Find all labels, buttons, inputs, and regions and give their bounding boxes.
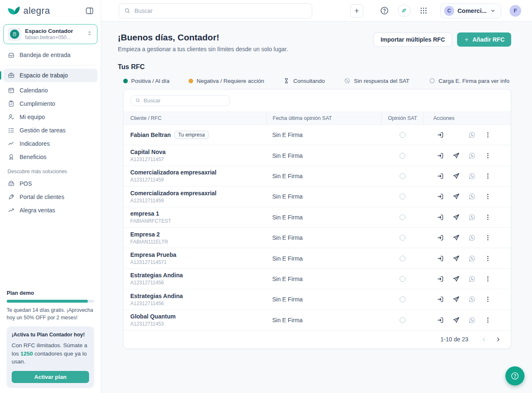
opinion-status-icon: [400, 194, 405, 199]
table-row[interactable]: Comercializadora empresaxrialA1231271145…: [124, 187, 511, 207]
sidebar-item-espacio-trabajo[interactable]: Espacio de trabajo: [3, 69, 97, 82]
column-header-opinion[interactable]: Opinión SAT: [381, 112, 423, 124]
whatsapp-icon[interactable]: [468, 214, 476, 221]
whatsapp-icon[interactable]: [468, 172, 476, 180]
send-invite-icon[interactable]: [452, 193, 460, 200]
table-row[interactable]: Comercializadora empresaxrialA1231271145…: [124, 166, 511, 187]
sidebar: alegra Espacio Contador fabian.beltran+0…: [0, 0, 101, 393]
sustainability-button[interactable]: [398, 5, 410, 17]
table-search[interactable]: [130, 95, 230, 106]
enter-workspace-icon[interactable]: [437, 255, 444, 262]
enter-workspace-icon[interactable]: [437, 193, 444, 200]
whatsapp-icon[interactable]: [468, 131, 476, 139]
enter-workspace-icon[interactable]: [437, 214, 444, 221]
sidebar-item-alegra-ventas[interactable]: Alegra ventas: [3, 204, 97, 217]
kebab-menu-icon[interactable]: [484, 234, 492, 241]
briefcase-icon: [7, 72, 15, 79]
collapse-sidebar-icon[interactable]: [84, 5, 95, 16]
sidebar-item-bandeja[interactable]: Bandeja de entrada: [3, 48, 97, 62]
kebab-menu-icon[interactable]: [484, 152, 492, 159]
kebab-menu-icon[interactable]: [484, 255, 492, 262]
kebab-menu-icon[interactable]: [484, 172, 492, 180]
status-legend: Positiva / Al día Negativa / Requiere ac…: [123, 77, 511, 84]
enter-workspace-icon[interactable]: [437, 172, 444, 180]
app-root: alegra Espacio Contador fabian.beltran+0…: [0, 0, 532, 393]
table-search-input[interactable]: [144, 97, 225, 104]
send-invite-icon[interactable]: [452, 214, 460, 221]
whatsapp-icon[interactable]: [468, 296, 476, 303]
table-row[interactable]: Fabian BeltranTu empresa Sin E Firma: [124, 125, 511, 145]
apps-grid-button[interactable]: [418, 5, 430, 17]
sidebar-item-pos[interactable]: POS: [3, 177, 97, 190]
enter-workspace-icon[interactable]: [437, 152, 444, 159]
yellow-dot-icon: [189, 79, 193, 83]
workspace-selector[interactable]: Espacio Contador fabian.beltran+050...: [3, 24, 97, 44]
sidebar-item-indicadores[interactable]: Indicadores: [3, 137, 97, 150]
column-header-cliente[interactable]: Cliente / RFC: [124, 115, 266, 121]
import-rfc-button[interactable]: Importar múltiples RFC: [373, 32, 452, 47]
table-row[interactable]: Estrategias AndinaA12312711456 Sin E Fir…: [124, 269, 511, 289]
sidebar-item-gestion-tareas[interactable]: Gestión de tareas: [3, 124, 97, 137]
kebab-menu-icon[interactable]: [484, 131, 492, 139]
enter-workspace-icon[interactable]: [437, 131, 444, 139]
kebab-menu-icon[interactable]: [484, 275, 492, 283]
your-company-badge: Tu empresa: [174, 131, 209, 139]
section-title: Tus RFC: [118, 63, 511, 71]
kebab-menu-icon[interactable]: [484, 296, 492, 303]
logo-text: alegra: [23, 5, 50, 16]
opinion-status-icon: [400, 296, 405, 302]
alegra-logo[interactable]: alegra: [7, 5, 50, 17]
help-fab-button[interactable]: [505, 366, 525, 386]
activate-plan-button[interactable]: Activar plan: [12, 371, 89, 383]
table-row[interactable]: Global QuantumA12312711453 Sin E Firma: [124, 310, 511, 331]
whatsapp-icon[interactable]: [468, 255, 476, 262]
sidebar-item-mi-equipo[interactable]: Mi equipo: [3, 110, 97, 124]
sidebar-item-cumplimiento[interactable]: Cumplimiento: [3, 97, 97, 110]
rocket-icon: [7, 193, 15, 201]
whatsapp-icon[interactable]: [468, 275, 476, 283]
promo-title: ¡Activa tu Plan Contador hoy!: [12, 332, 89, 338]
global-search[interactable]: [119, 3, 312, 18]
kebab-menu-icon[interactable]: [484, 316, 492, 324]
help-button[interactable]: [378, 5, 391, 17]
table-row[interactable]: Estrategias AndinaA12312711456 Sin E Fir…: [124, 289, 511, 310]
legend-consultando: Consultando: [283, 77, 325, 84]
sidebar-item-calendario[interactable]: Calendario: [3, 84, 97, 97]
enter-workspace-icon[interactable]: [437, 275, 444, 283]
enter-workspace-icon[interactable]: [437, 296, 444, 303]
whatsapp-icon[interactable]: [468, 193, 476, 200]
add-rfc-button[interactable]: Añadir RFC: [457, 32, 511, 47]
prev-page-button[interactable]: [478, 334, 489, 345]
send-invite-icon[interactable]: [452, 296, 460, 303]
rfc-code: A12312711456: [130, 301, 266, 306]
send-invite-icon[interactable]: [452, 152, 460, 159]
rfc-code: A12312711456: [130, 280, 266, 286]
sidebar-item-portal-clientes[interactable]: Portal de clientes: [3, 190, 97, 204]
whatsapp-icon[interactable]: [468, 152, 476, 159]
next-page-button[interactable]: [492, 334, 503, 345]
whatsapp-icon[interactable]: [468, 316, 476, 324]
company-switcher[interactable]: C Comerci...: [440, 3, 501, 18]
opinion-status-icon: [400, 256, 405, 261]
enter-workspace-icon[interactable]: [437, 316, 444, 324]
send-invite-icon[interactable]: [452, 275, 460, 283]
slashed-circle-icon: [344, 77, 351, 84]
table-row[interactable]: Capital NovaA12312711457 Sin E Firma: [124, 145, 511, 166]
kebab-menu-icon[interactable]: [484, 193, 492, 200]
enter-workspace-icon[interactable]: [437, 234, 444, 241]
user-avatar[interactable]: F: [510, 5, 521, 17]
table-row[interactable]: Empresa 2FABIAN111ELTR Sin E Firma: [124, 228, 511, 248]
whatsapp-icon[interactable]: [468, 234, 476, 241]
column-header-fecha[interactable]: Fecha última opinión SAT: [266, 112, 381, 124]
table-row[interactable]: Empresa PruebaA123127114571 Sin E Firma: [124, 248, 511, 269]
global-search-input[interactable]: [134, 7, 307, 14]
send-invite-icon[interactable]: [452, 316, 460, 324]
grid-dots-icon: [419, 6, 428, 15]
table-row[interactable]: empresa 1FABIANRFCTEST Sin E Firma: [124, 207, 511, 228]
send-invite-icon[interactable]: [452, 234, 460, 241]
send-invite-icon[interactable]: [452, 172, 460, 180]
sidebar-item-beneficios[interactable]: Beneficios: [3, 150, 97, 164]
quick-add-button[interactable]: [350, 4, 363, 17]
send-invite-icon[interactable]: [452, 255, 460, 262]
kebab-menu-icon[interactable]: [484, 214, 492, 221]
